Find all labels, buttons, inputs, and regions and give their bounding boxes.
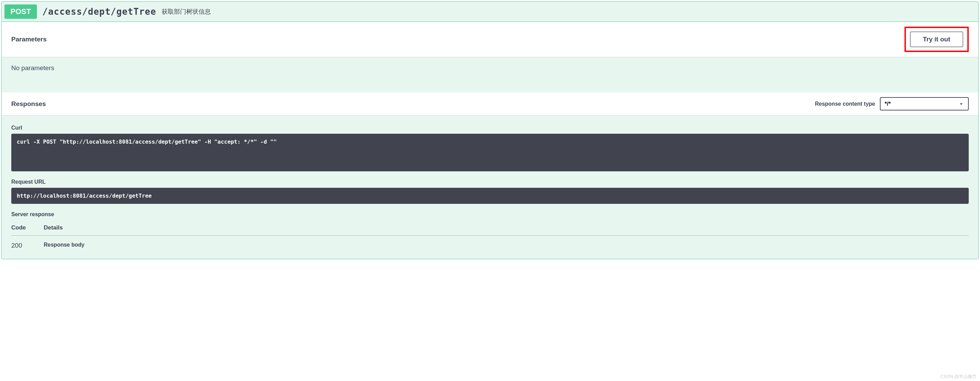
operation-path: /access/dept/getTree [42,6,156,17]
responses-body: Curl curl -X POST "http://localhost:8081… [2,115,978,259]
table-header-code: Code [11,220,44,236]
try-out-highlight: Try it out [905,27,969,52]
operation-summary: 获取部门树状信息 [162,8,211,16]
parameters-header: Parameters Try it out [2,22,978,57]
response-table: Code Details 200 Response body [11,220,969,249]
content-type-label: Response content type [815,101,875,107]
table-row: 200 Response body [11,236,969,250]
response-body-label: Response body [44,242,969,248]
server-response-label: Server response [11,211,969,217]
status-code: 200 [11,236,44,250]
request-url-label: Request URL [11,179,969,185]
parameters-container: No parameters [2,57,978,92]
curl-code-block[interactable]: curl -X POST "http://localhost:8081/acce… [11,134,969,171]
responses-heading: Responses [11,100,46,108]
table-header-details: Details [44,220,969,236]
parameters-heading: Parameters [11,35,47,43]
content-type-wrapper: Response content type */* [815,97,969,110]
curl-label: Curl [11,125,969,131]
http-method-badge: POST [5,5,37,19]
operation-block: POST /access/dept/getTree 获取部门树状信息 Param… [2,2,978,259]
try-it-out-button[interactable]: Try it out [910,32,963,47]
request-url-block[interactable]: http://localhost:8081/access/dept/getTre… [11,188,969,204]
responses-header: Responses Response content type */* [2,92,978,115]
content-type-select[interactable]: */* [880,97,969,110]
no-parameters-text: No parameters [11,64,969,72]
operation-summary-row[interactable]: POST /access/dept/getTree 获取部门树状信息 [2,2,978,22]
